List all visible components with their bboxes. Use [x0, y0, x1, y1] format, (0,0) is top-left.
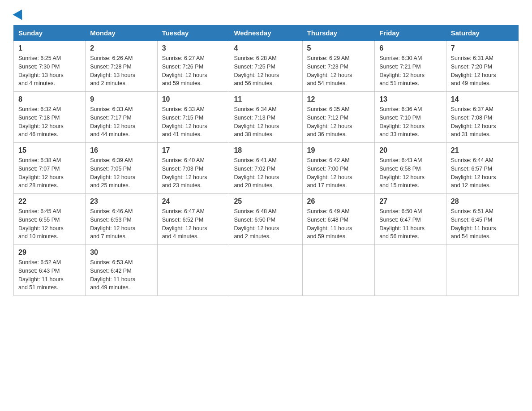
day-info: Sunrise: 6:30 AMSunset: 7:21 PMDaylight:… [379, 54, 442, 88]
calendar-cell: 8Sunrise: 6:32 AMSunset: 7:18 PMDaylight… [14, 92, 86, 143]
calendar-cell: 3Sunrise: 6:27 AMSunset: 7:26 PMDaylight… [157, 41, 229, 92]
day-number: 16 [90, 146, 152, 154]
weekday-header-tuesday: Tuesday [157, 26, 229, 41]
day-info: Sunrise: 6:35 AMSunset: 7:12 PMDaylight:… [307, 105, 370, 139]
day-info: Sunrise: 6:40 AMSunset: 7:03 PMDaylight:… [162, 156, 225, 190]
day-number: 29 [18, 248, 81, 257]
day-info: Sunrise: 6:46 AMSunset: 6:53 PMDaylight:… [90, 207, 152, 241]
day-info: Sunrise: 6:44 AMSunset: 6:57 PMDaylight:… [451, 156, 514, 190]
calendar-cell: 25Sunrise: 6:48 AMSunset: 6:50 PMDayligh… [229, 194, 302, 245]
calendar-cell: 22Sunrise: 6:45 AMSunset: 6:55 PMDayligh… [14, 194, 86, 245]
day-info: Sunrise: 6:25 AMSunset: 7:30 PMDaylight:… [18, 54, 81, 88]
calendar-cell: 2Sunrise: 6:26 AMSunset: 7:28 PMDaylight… [86, 41, 157, 92]
day-number: 13 [379, 95, 442, 103]
day-info: Sunrise: 6:51 AMSunset: 6:45 PMDaylight:… [451, 207, 514, 241]
day-info: Sunrise: 6:33 AMSunset: 7:15 PMDaylight:… [162, 105, 225, 139]
calendar-week-1: 1Sunrise: 6:25 AMSunset: 7:30 PMDaylight… [14, 41, 519, 92]
day-number: 15 [18, 146, 81, 154]
day-number: 3 [162, 44, 225, 52]
day-number: 26 [307, 197, 370, 206]
day-info: Sunrise: 6:36 AMSunset: 7:10 PMDaylight:… [379, 105, 442, 139]
day-number: 30 [90, 248, 152, 257]
day-info: Sunrise: 6:52 AMSunset: 6:43 PMDaylight:… [18, 258, 81, 292]
page-header [13, 9, 519, 16]
day-info: Sunrise: 6:43 AMSunset: 6:58 PMDaylight:… [379, 156, 442, 190]
calendar-cell: 12Sunrise: 6:35 AMSunset: 7:12 PMDayligh… [302, 92, 375, 143]
day-info: Sunrise: 6:32 AMSunset: 7:18 PMDaylight:… [18, 105, 81, 139]
weekday-header-saturday: Saturday [446, 26, 518, 41]
day-info: Sunrise: 6:33 AMSunset: 7:17 PMDaylight:… [90, 105, 152, 139]
day-info: Sunrise: 6:34 AMSunset: 7:13 PMDaylight:… [234, 105, 297, 139]
calendar-cell: 15Sunrise: 6:38 AMSunset: 7:07 PMDayligh… [14, 143, 86, 194]
calendar-cell: 20Sunrise: 6:43 AMSunset: 6:58 PMDayligh… [375, 143, 446, 194]
day-number: 28 [451, 197, 514, 206]
weekday-header-monday: Monday [86, 26, 157, 41]
day-number: 23 [90, 197, 152, 206]
calendar-cell: 18Sunrise: 6:41 AMSunset: 7:02 PMDayligh… [229, 143, 302, 194]
day-info: Sunrise: 6:31 AMSunset: 7:20 PMDaylight:… [451, 54, 514, 88]
calendar-table: SundayMondayTuesdayWednesdayThursdayFrid… [13, 25, 519, 296]
day-number: 9 [90, 95, 152, 103]
day-info: Sunrise: 6:39 AMSunset: 7:05 PMDaylight:… [90, 156, 152, 190]
calendar-cell [446, 245, 518, 296]
day-info: Sunrise: 6:37 AMSunset: 7:08 PMDaylight:… [451, 105, 514, 139]
calendar-cell [302, 245, 375, 296]
calendar-cell: 28Sunrise: 6:51 AMSunset: 6:45 PMDayligh… [446, 194, 518, 245]
calendar-cell [157, 245, 229, 296]
day-info: Sunrise: 6:28 AMSunset: 7:25 PMDaylight:… [234, 54, 297, 88]
day-number: 12 [307, 95, 370, 103]
calendar-cell: 13Sunrise: 6:36 AMSunset: 7:10 PMDayligh… [375, 92, 446, 143]
calendar-cell: 9Sunrise: 6:33 AMSunset: 7:17 PMDaylight… [86, 92, 157, 143]
day-info: Sunrise: 6:27 AMSunset: 7:26 PMDaylight:… [162, 54, 225, 88]
calendar-week-3: 15Sunrise: 6:38 AMSunset: 7:07 PMDayligh… [14, 143, 519, 194]
day-number: 5 [307, 44, 370, 52]
day-info: Sunrise: 6:45 AMSunset: 6:55 PMDaylight:… [18, 207, 81, 241]
day-info: Sunrise: 6:41 AMSunset: 7:02 PMDaylight:… [234, 156, 297, 190]
day-number: 18 [234, 146, 297, 154]
calendar-cell: 24Sunrise: 6:47 AMSunset: 6:52 PMDayligh… [157, 194, 229, 245]
calendar-cell: 30Sunrise: 6:53 AMSunset: 6:42 PMDayligh… [86, 245, 157, 296]
weekday-header-thursday: Thursday [302, 26, 375, 41]
calendar-cell: 26Sunrise: 6:49 AMSunset: 6:48 PMDayligh… [302, 194, 375, 245]
day-number: 21 [451, 146, 514, 154]
day-info: Sunrise: 6:47 AMSunset: 6:52 PMDaylight:… [162, 207, 225, 241]
day-number: 10 [162, 95, 225, 103]
calendar-cell: 19Sunrise: 6:42 AMSunset: 7:00 PMDayligh… [302, 143, 375, 194]
day-number: 6 [379, 44, 442, 52]
day-number: 1 [18, 44, 81, 52]
day-number: 17 [162, 146, 225, 154]
logo-triangle-icon [13, 7, 27, 20]
day-number: 7 [451, 44, 514, 52]
calendar-cell: 11Sunrise: 6:34 AMSunset: 7:13 PMDayligh… [229, 92, 302, 143]
calendar-cell: 21Sunrise: 6:44 AMSunset: 6:57 PMDayligh… [446, 143, 518, 194]
day-number: 20 [379, 146, 442, 154]
day-info: Sunrise: 6:53 AMSunset: 6:42 PMDaylight:… [90, 258, 152, 292]
day-info: Sunrise: 6:38 AMSunset: 7:07 PMDaylight:… [18, 156, 81, 190]
calendar-cell: 14Sunrise: 6:37 AMSunset: 7:08 PMDayligh… [446, 92, 518, 143]
calendar-cell: 6Sunrise: 6:30 AMSunset: 7:21 PMDaylight… [375, 41, 446, 92]
calendar-cell: 27Sunrise: 6:50 AMSunset: 6:47 PMDayligh… [375, 194, 446, 245]
day-info: Sunrise: 6:29 AMSunset: 7:23 PMDaylight:… [307, 54, 370, 88]
logo [13, 9, 26, 16]
day-number: 25 [234, 197, 297, 206]
calendar-cell: 23Sunrise: 6:46 AMSunset: 6:53 PMDayligh… [86, 194, 157, 245]
calendar-cell: 29Sunrise: 6:52 AMSunset: 6:43 PMDayligh… [14, 245, 86, 296]
calendar-cell: 16Sunrise: 6:39 AMSunset: 7:05 PMDayligh… [86, 143, 157, 194]
calendar-cell: 10Sunrise: 6:33 AMSunset: 7:15 PMDayligh… [157, 92, 229, 143]
calendar-cell: 7Sunrise: 6:31 AMSunset: 7:20 PMDaylight… [446, 41, 518, 92]
logo-text [13, 9, 26, 18]
day-number: 8 [18, 95, 81, 103]
day-info: Sunrise: 6:49 AMSunset: 6:48 PMDaylight:… [307, 207, 370, 241]
calendar-week-2: 8Sunrise: 6:32 AMSunset: 7:18 PMDaylight… [14, 92, 519, 143]
day-number: 14 [451, 95, 514, 103]
day-info: Sunrise: 6:50 AMSunset: 6:47 PMDaylight:… [379, 207, 442, 241]
calendar-cell: 1Sunrise: 6:25 AMSunset: 7:30 PMDaylight… [14, 41, 86, 92]
day-info: Sunrise: 6:48 AMSunset: 6:50 PMDaylight:… [234, 207, 297, 241]
day-info: Sunrise: 6:42 AMSunset: 7:00 PMDaylight:… [307, 156, 370, 190]
day-info: Sunrise: 6:26 AMSunset: 7:28 PMDaylight:… [90, 54, 152, 88]
day-number: 22 [18, 197, 81, 206]
calendar-cell [375, 245, 446, 296]
day-number: 11 [234, 95, 297, 103]
calendar-cell: 17Sunrise: 6:40 AMSunset: 7:03 PMDayligh… [157, 143, 229, 194]
day-number: 27 [379, 197, 442, 206]
